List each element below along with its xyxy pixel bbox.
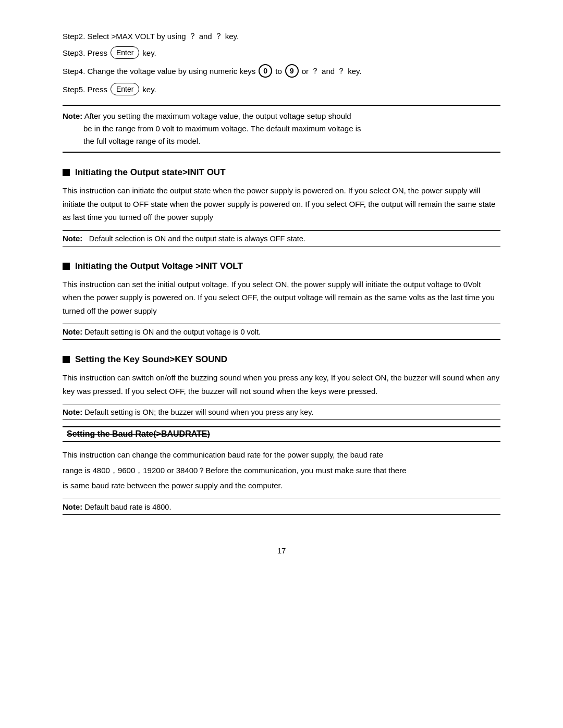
- section-init-out-body: This instruction can initiate the output…: [63, 184, 500, 224]
- step2-qmark2: ？: [215, 31, 223, 41]
- note-key-sound-text: Note: Default setting is ON; the buzzer …: [63, 408, 500, 416]
- note-key-sound-box: Note: Default setting is ON; the buzzer …: [63, 404, 500, 420]
- section-init-volt-body: This instruction can set the initial out…: [63, 278, 500, 318]
- step5-key: key.: [142, 85, 156, 94]
- section-init-out-title: Initiating the Output state>INIT OUT: [75, 167, 226, 178]
- note-init-volt-box: Note: Default setting is ON and the outp…: [63, 324, 500, 340]
- bullet-init-out: [63, 169, 70, 176]
- note-voltage-box: Note: After you setting the maximum volt…: [63, 105, 500, 153]
- note-init-volt-text: Note: Default setting is ON and the outp…: [63, 327, 500, 336]
- step3-text: Step3. Press: [63, 48, 107, 57]
- note-init-out-box: Note: Default selection is ON and the ou…: [63, 230, 500, 246]
- step4-line: Step4. Change the voltage value by using…: [63, 64, 500, 78]
- step2-key: key.: [225, 32, 239, 41]
- note-voltage-line1: Note: After you setting the maximum volt…: [63, 110, 500, 122]
- step2-line: Step2. Select >MAX VOLT by using ？ and ？…: [63, 31, 500, 41]
- step2-qmark1: ？: [189, 31, 197, 41]
- note-init-volt-content: Default setting is ON and the output vol…: [84, 328, 261, 336]
- step4-to: to: [275, 67, 282, 76]
- step4-and: and: [322, 67, 335, 76]
- section-baud-rate-heading: Setting the Baud Rate(>BAUDRATE): [63, 429, 500, 439]
- section-key-sound-body: This instruction can switch on/off the b…: [63, 371, 500, 398]
- note-voltage-line2: be in the range from 0 volt to maximum v…: [63, 122, 500, 135]
- step3-key: key.: [142, 48, 156, 57]
- bullet-key-sound: [63, 356, 70, 363]
- section-baud-rate-body1: This instruction can change the communic…: [63, 448, 500, 462]
- note-label-1: Note:: [63, 112, 82, 120]
- step5-line: Step5. Press Enter key.: [63, 83, 500, 95]
- step4-qmark2: ？: [337, 66, 345, 76]
- step4-key: key.: [348, 67, 361, 76]
- bullet-init-volt: [63, 263, 70, 270]
- section-baud-rate-title: Setting the Baud Rate(>BAUDRATE): [67, 429, 210, 439]
- note-label-key-sound: Note:: [63, 408, 82, 416]
- note-voltage-line3: the full voltage range of its model.: [63, 135, 500, 147]
- step4-zero-key: 0: [259, 64, 272, 78]
- note-key-sound-content: Default setting is ON; the buzzer will s…: [84, 408, 313, 416]
- step5-enter-button: Enter: [111, 83, 139, 95]
- step5-text: Step5. Press: [63, 85, 107, 94]
- section-key-sound-title: Setting the Key Sound>KEY SOUND: [75, 354, 227, 365]
- page-number: 17: [63, 546, 500, 555]
- section-init-volt-heading: Initiating the Output Voltage >INIT VOLT: [63, 261, 500, 272]
- step2-and: and: [199, 32, 212, 41]
- step2-text: Step2. Select >MAX VOLT by using: [63, 32, 186, 41]
- step4-text: Step4. Change the voltage value by using…: [63, 67, 255, 76]
- section-init-out-heading: Initiating the Output state>INIT OUT: [63, 167, 500, 178]
- step4-nine-key: 9: [285, 64, 299, 78]
- note-label-baud-rate: Note:: [63, 502, 82, 511]
- note-baud-rate-text: Note: Default baud rate is 4800.: [63, 502, 500, 511]
- section-key-sound-heading: Setting the Key Sound>KEY SOUND: [63, 354, 500, 365]
- step3-line: Step3. Press Enter key.: [63, 46, 500, 59]
- section-baud-rate-header: Setting the Baud Rate(>BAUDRATE): [63, 426, 500, 442]
- section-init-volt-title: Initiating the Output Voltage >INIT VOLT: [75, 261, 243, 272]
- note-init-out-text: Note: Default selection is ON and the ou…: [63, 234, 500, 243]
- step3-enter-button: Enter: [111, 46, 139, 59]
- step4-or: or: [302, 67, 309, 76]
- note-label-init-volt: Note:: [63, 327, 82, 336]
- step4-qmark1: ？: [311, 66, 319, 76]
- section-baud-rate-body2: range is 4800，9600，19200 or 38400？Before…: [63, 464, 500, 477]
- note-label-init-out: Note:: [63, 234, 89, 243]
- note-voltage-text1: After you setting the maximum voltage va…: [84, 112, 351, 120]
- note-baud-rate-content: Default baud rate is 4800.: [84, 503, 171, 511]
- note-baud-rate-box: Note: Default baud rate is 4800.: [63, 499, 500, 515]
- section-baud-rate-body3: is same baud rate between the power supp…: [63, 479, 500, 492]
